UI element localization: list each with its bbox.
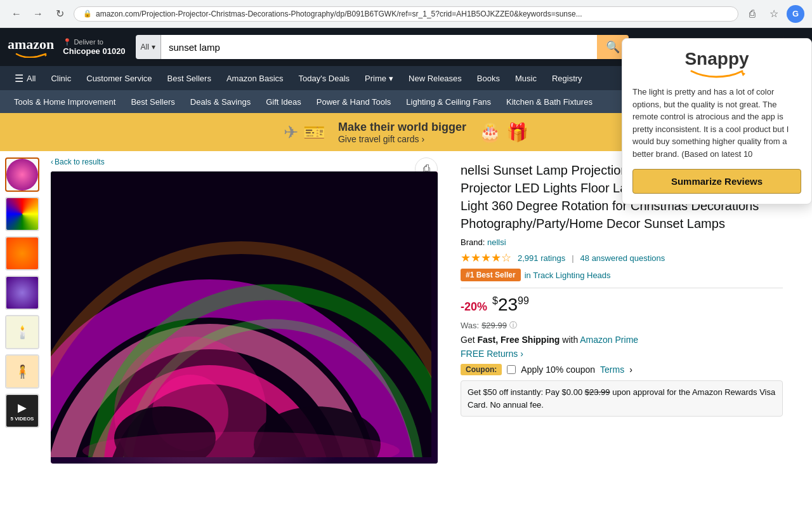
sec-nav-tools[interactable]: Tools & Home Improvement (8, 90, 122, 113)
nav-registry-label: Registry (552, 74, 582, 83)
best-seller-badge: #1 Best Seller (461, 269, 521, 281)
thumbnail-video[interactable]: ▶ 5 VIDEOS (5, 394, 39, 428)
nav-item-amazon-basics[interactable]: Amazon Basics (219, 66, 291, 90)
thumbnail-4[interactable] (5, 276, 39, 310)
sec-nav-best-sellers[interactable]: Best Sellers (124, 90, 181, 113)
browser-chrome: ← → ↻ 🔒 amazon.com/Projection-Projector-… (0, 0, 812, 28)
snappy-logo-container: Snappy (684, 49, 749, 78)
main-product-image (51, 171, 438, 464)
sec-nav-gift-ideas[interactable]: Gift Ideas (259, 90, 308, 113)
bookmark-button[interactable]: ☆ (765, 5, 783, 23)
nav-customer-service-label: Customer Service (86, 74, 152, 83)
snappy-smile-icon (688, 69, 745, 78)
banner-title: Make their world bigger (338, 121, 466, 134)
thumbnail-5[interactable]: 🕯️ (5, 315, 39, 349)
product-image-area: ‹ Back to results ⎙ (44, 151, 450, 470)
nav-item-customer-service[interactable]: Customer Service (79, 66, 159, 90)
free-returns[interactable]: FREE Returns › (461, 349, 783, 359)
deliver-to-widget[interactable]: 📍 Deliver to Chicopee 01020 (63, 38, 125, 56)
price-cents: 99 (518, 295, 529, 306)
answered-questions[interactable]: 48 answered questions (580, 253, 665, 263)
back-link-text: Back to results (55, 157, 105, 166)
back-to-results[interactable]: ‹ Back to results (51, 157, 444, 166)
price-row: -20% $2399 (461, 295, 783, 315)
thumbnail-3[interactable] (5, 236, 39, 271)
browser-navigation: ← → ↻ (8, 5, 69, 23)
thumb-img-1 (6, 159, 38, 190)
returns-arrow-icon: › (520, 349, 523, 359)
share-browser-button[interactable]: ⎙ (743, 5, 761, 23)
sec-nav-lighting[interactable]: Lighting & Ceiling Fans (400, 90, 497, 113)
address-bar[interactable]: 🔒 amazon.com/Projection-Projector-Christ… (74, 6, 738, 22)
prime-link[interactable]: Amazon Prime (580, 335, 638, 345)
product-image-svg (51, 171, 431, 457)
snappy-popup: Snappy The light is pretty and has a lot… (622, 38, 812, 204)
nav-clinic-label: Clinic (51, 74, 71, 83)
nav-item-best-sellers[interactable]: Best Sellers (160, 66, 218, 90)
terms-link[interactable]: Terms (600, 364, 624, 375)
thumb-img-2 (6, 198, 38, 230)
nav-item-registry[interactable]: Registry (545, 66, 589, 90)
coupon-checkbox[interactable] (507, 365, 516, 374)
summarize-reviews-button[interactable]: Summarize Reviews (632, 169, 801, 194)
coupon-text: Apply 10% coupon (521, 364, 595, 375)
thumbnail-2[interactable] (5, 197, 39, 231)
sec-nav-kitchen[interactable]: Kitchen & Bath Fixtures (500, 90, 599, 113)
amazon-logo[interactable]: amazon (8, 36, 54, 58)
deliver-location: Chicopee 01020 (63, 46, 125, 56)
nav-item-prime[interactable]: Prime ▾ (358, 66, 400, 90)
sec-nav-deals[interactable]: Deals & Savings (184, 90, 257, 113)
ratings-row: ★★★★☆ 2,991 ratings | 48 answered questi… (461, 251, 783, 265)
divider-1 (461, 288, 783, 288)
banner-text: Make their world bigger Give travel gift… (338, 121, 466, 144)
nav-todays-deals-label: Today's Deals (299, 74, 350, 83)
coupon-row: Coupon: Apply 10% coupon Terms › (461, 364, 783, 375)
play-icon: ▶ (18, 401, 27, 415)
prime-chevron-icon: ▾ (389, 74, 393, 83)
thumb-img-5: 🕯️ (6, 316, 38, 348)
banner-decorative-right: 🎂 🎁 (479, 122, 528, 143)
brand-link[interactable]: nellsi (487, 237, 506, 247)
ratings-count[interactable]: 2,991 ratings (518, 253, 565, 263)
thumb-video-container: ▶ 5 VIDEOS (6, 394, 38, 428)
amazon-smile-icon (15, 53, 47, 58)
badge-category[interactable]: in Track Lighting Heads (525, 271, 611, 280)
nav-item-clinic[interactable]: Clinic (44, 66, 78, 90)
visa-strike-price: $23.99 (585, 387, 610, 397)
thumbnail-1[interactable] (5, 157, 39, 192)
nav-item-music[interactable]: Music (508, 66, 544, 90)
was-label: Was: (461, 321, 479, 330)
nav-item-books[interactable]: Books (470, 66, 507, 90)
deliver-label: 📍 Deliver to (63, 38, 125, 46)
nav-item-all[interactable]: ☰ All (8, 66, 43, 90)
shipping-with-label: with (562, 335, 580, 345)
refresh-button[interactable]: ↻ (51, 5, 69, 23)
was-price-row: Was: $29.99 ⓘ (461, 320, 783, 331)
browser-actions: ⎙ ☆ G (743, 5, 804, 23)
info-icon[interactable]: ⓘ (509, 320, 517, 331)
discount-badge: -20% (461, 300, 487, 314)
price-display: $2399 (492, 295, 529, 315)
forward-button[interactable]: → (29, 5, 47, 23)
banner-arrow-icon: › (422, 134, 425, 144)
search-category-dropdown[interactable]: All ▾ (136, 35, 161, 59)
thumb-img-6: 🧍 (6, 356, 38, 387)
visa-text-prefix: Get $50 off instantly: Pay $0.00 (468, 387, 582, 397)
nav-amazon-basics-label: Amazon Basics (226, 74, 284, 83)
price-integer: 23 (498, 295, 518, 314)
back-button[interactable]: ← (8, 5, 25, 23)
shipping-fast-label: Fast, Free Shipping (477, 335, 560, 345)
price-dollar-sign: $ (492, 295, 498, 306)
search-input[interactable] (161, 35, 597, 59)
search-bar: All ▾ 🔍 (136, 35, 629, 59)
nav-item-todays-deals[interactable]: Today's Deals (292, 66, 357, 90)
nav-item-new-releases[interactable]: New Releases (402, 66, 469, 90)
profile-avatar[interactable]: G (787, 5, 804, 23)
logo-text: amazon (8, 36, 54, 53)
badge-row: #1 Best Seller in Track Lighting Heads (461, 269, 783, 281)
shipping-get-label: Get (461, 335, 477, 345)
nav-prime-label: Prime (365, 74, 386, 83)
sec-nav-power-tools[interactable]: Power & Hand Tools (310, 90, 398, 113)
thumbnail-6[interactable]: 🧍 (5, 354, 39, 389)
nav-new-releases-label: New Releases (409, 74, 462, 83)
